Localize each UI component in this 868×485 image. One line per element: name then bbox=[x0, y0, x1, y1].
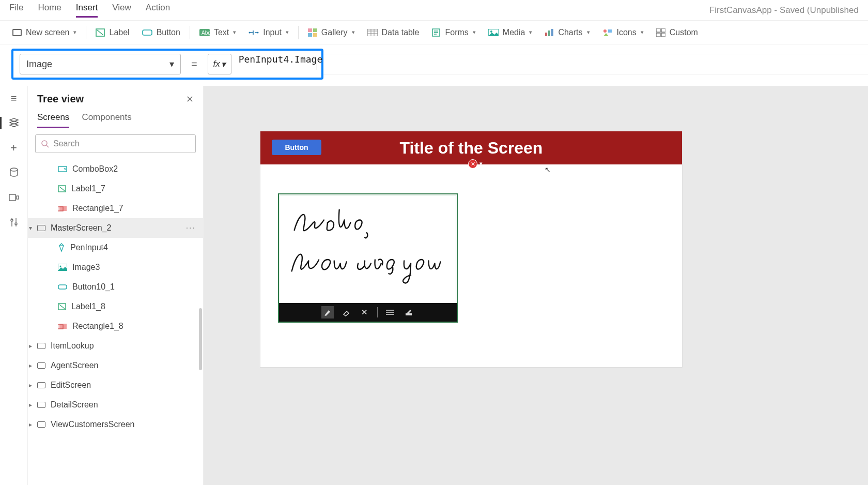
icons-icon bbox=[602, 28, 613, 37]
formula-input[interactable]: PenInput4.Image bbox=[239, 54, 316, 74]
scrollbar[interactable] bbox=[199, 308, 202, 370]
custom-label: Custom bbox=[670, 28, 698, 37]
data-rail[interactable] bbox=[8, 168, 20, 178]
draw-tool-button[interactable] bbox=[321, 306, 334, 319]
insert-charts-button[interactable]: Charts ▾ bbox=[539, 26, 595, 39]
pen-input-control[interactable]: ✕ bbox=[278, 193, 458, 323]
insert-input-button[interactable]: Input ▾ bbox=[243, 26, 294, 39]
svg-point-34 bbox=[60, 266, 61, 267]
color-button[interactable] bbox=[402, 306, 415, 319]
insert-label-button[interactable]: Label bbox=[90, 26, 134, 39]
tree-item-masterscreen2[interactable]: ▾ MasterScreen_2 ··· bbox=[28, 218, 203, 238]
ink-canvas[interactable] bbox=[279, 194, 457, 304]
screen-title-label[interactable]: Title of the Screen bbox=[260, 139, 682, 158]
label-icon bbox=[58, 303, 66, 310]
menu-action[interactable]: Action bbox=[146, 3, 170, 18]
screen-icon bbox=[37, 382, 45, 388]
tree-item-itemlookup[interactable]: ▸ ItemLookup bbox=[28, 336, 203, 356]
insert-custom-button[interactable]: Custom bbox=[651, 26, 703, 39]
insert-gallery-button[interactable]: Gallery ▾ bbox=[303, 26, 360, 39]
expand-icon[interactable]: ▸ bbox=[29, 421, 32, 428]
chevron-down-icon[interactable]: ▾ bbox=[479, 160, 483, 167]
tree-view-rail[interactable] bbox=[8, 118, 20, 128]
chevron-down-icon: ▾ bbox=[529, 29, 532, 36]
insert-forms-button[interactable]: Forms ▾ bbox=[426, 26, 481, 39]
screen-preview[interactable]: Button Title of the Screen ✕ ▾ bbox=[260, 131, 682, 367]
new-screen-button[interactable]: New screen ▾ bbox=[7, 26, 82, 39]
canvas-button-control[interactable]: Button bbox=[272, 140, 321, 155]
body: ≡ + Tree view ✕ Screens Components Searc… bbox=[0, 86, 868, 485]
erase-tool-button[interactable] bbox=[340, 306, 352, 319]
tree-item-image3[interactable]: Image3 bbox=[28, 257, 203, 277]
menu-view[interactable]: View bbox=[112, 3, 131, 18]
tree-item-button10-1[interactable]: Button10_1 bbox=[28, 277, 203, 297]
svg-rect-10 bbox=[367, 29, 378, 36]
tree-item-rectangle1-7[interactable]: Rectangle1_7 bbox=[28, 199, 203, 218]
svg-rect-39 bbox=[406, 313, 412, 315]
clear-button[interactable]: ✕ bbox=[359, 306, 371, 319]
tree-item-label1-7[interactable]: Label1_7 bbox=[28, 179, 203, 199]
tree-list: ComboBox2 Label1_7 Rectangle1_7 ▾ Master… bbox=[28, 159, 203, 485]
tree-item-label1-8[interactable]: Label1_8 bbox=[28, 297, 203, 316]
charts-icon bbox=[545, 28, 554, 37]
label-text: Label bbox=[109, 28, 129, 37]
line-width-button[interactable] bbox=[384, 306, 396, 319]
menu-file[interactable]: File bbox=[9, 3, 23, 18]
canvas[interactable]: Button Title of the Screen ✕ ▾ bbox=[204, 86, 868, 485]
fx-button[interactable]: fx ▾ bbox=[208, 54, 231, 74]
tree-item-editscreen[interactable]: ▸ EditScreen bbox=[28, 375, 203, 395]
icons-label: Icons bbox=[617, 28, 637, 37]
svg-point-28 bbox=[42, 141, 47, 146]
peninput-icon bbox=[58, 243, 65, 252]
svg-rect-7 bbox=[313, 28, 317, 32]
image-icon bbox=[58, 264, 67, 271]
collapse-icon[interactable]: ▾ bbox=[29, 224, 32, 232]
svg-rect-18 bbox=[608, 29, 612, 33]
tab-components[interactable]: Components bbox=[82, 112, 131, 128]
svg-rect-22 bbox=[661, 33, 665, 37]
search-input[interactable]: Search bbox=[35, 134, 196, 153]
menu-insert[interactable]: Insert bbox=[76, 3, 98, 18]
tree-item-viewcustomers[interactable]: ▸ ViewCustomersScreen bbox=[28, 415, 203, 434]
expand-icon[interactable]: ▸ bbox=[29, 342, 32, 350]
tree-view-title: Tree view bbox=[37, 93, 84, 105]
text-cursor bbox=[317, 58, 317, 70]
expand-icon[interactable]: ▸ bbox=[29, 382, 32, 389]
media-rail[interactable] bbox=[8, 192, 20, 203]
button-text: Button bbox=[157, 28, 180, 37]
svg-rect-35 bbox=[58, 285, 67, 289]
screen-icon bbox=[37, 225, 45, 231]
menu-home[interactable]: Home bbox=[38, 3, 61, 18]
tree-label: Image3 bbox=[72, 263, 100, 272]
chevron-down-icon: ▾ bbox=[286, 29, 289, 36]
chevron-down-icon: ▾ bbox=[587, 29, 590, 36]
expand-icon[interactable]: ▸ bbox=[29, 362, 32, 369]
svg-rect-19 bbox=[656, 28, 660, 32]
more-options-button[interactable]: ··· bbox=[186, 223, 196, 233]
tree-item-rectangle1-8[interactable]: Rectangle1_8 bbox=[28, 316, 203, 336]
insert-icons-button[interactable]: Icons ▾ bbox=[597, 26, 649, 39]
tree-item-combobox2[interactable]: ComboBox2 bbox=[28, 159, 203, 179]
insert-button-button[interactable]: Button bbox=[137, 26, 185, 39]
property-value: Image bbox=[26, 59, 52, 70]
insert-text-button[interactable]: Abc Text ▾ bbox=[194, 26, 241, 39]
insert-datatable-button[interactable]: Data table bbox=[362, 26, 425, 39]
hamburger-icon[interactable]: ≡ bbox=[8, 93, 20, 103]
screen-icon bbox=[37, 343, 45, 349]
svg-rect-25 bbox=[17, 196, 19, 199]
insert-media-button[interactable]: Media ▾ bbox=[483, 26, 538, 39]
property-dropdown[interactable]: Image ▾ bbox=[20, 54, 181, 74]
insert-rail[interactable]: + bbox=[8, 143, 20, 153]
tab-screens[interactable]: Screens bbox=[37, 112, 69, 128]
close-panel-button[interactable]: ✕ bbox=[186, 94, 194, 105]
svg-point-13 bbox=[490, 31, 492, 33]
separator bbox=[86, 26, 86, 39]
tree-item-peninput4[interactable]: PenInput4 bbox=[28, 238, 203, 257]
tree-item-detailscreen[interactable]: ▸ DetailScreen bbox=[28, 395, 203, 415]
error-badge-icon[interactable]: ✕ bbox=[468, 159, 477, 169]
tree-item-agentscreen[interactable]: ▸ AgentScreen bbox=[28, 356, 203, 375]
advanced-rail[interactable] bbox=[8, 217, 20, 228]
expand-icon[interactable]: ▸ bbox=[29, 401, 32, 408]
button-icon bbox=[142, 28, 152, 37]
formula-bar-extend[interactable] bbox=[323, 54, 868, 74]
